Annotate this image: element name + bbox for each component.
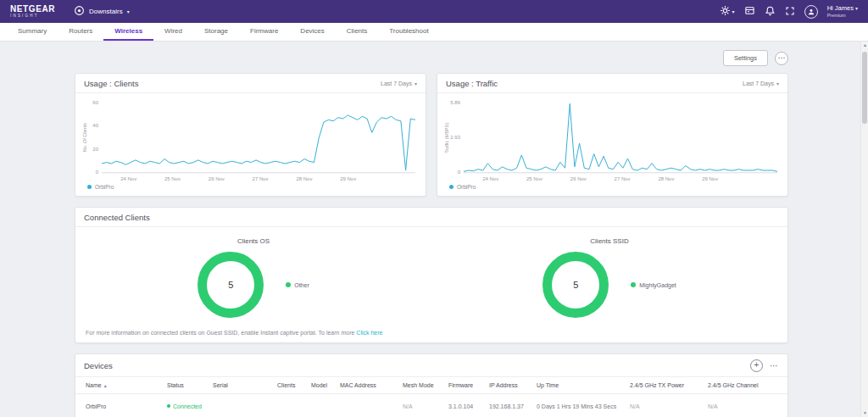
y-tick: 5.86	[450, 100, 460, 105]
range-label: Last 7 Days	[743, 81, 774, 86]
card-title: Usage : Traffic	[446, 79, 498, 88]
user-menu[interactable]: Hi James ▾ Premium	[827, 5, 858, 19]
more-options-button[interactable]: ⋯	[775, 52, 788, 65]
series-line	[464, 103, 777, 171]
settings-menu-button[interactable]: ▾	[720, 4, 735, 19]
column-header[interactable]: Status	[167, 382, 213, 388]
table-cell: 192.168.1.37	[489, 403, 537, 409]
user-name: Hi James ▾	[827, 5, 858, 12]
tab-summary[interactable]: Summary	[7, 23, 58, 41]
y-axis: 6040200	[87, 100, 102, 184]
y-axis: 5.862.930	[449, 100, 464, 184]
scroll-down-arrow[interactable]: ▼	[861, 409, 868, 417]
clients-os-section: Clients OS 5 Other	[75, 237, 431, 318]
table-cell: N/A	[708, 403, 777, 409]
click-here-link[interactable]: Click here	[356, 330, 382, 336]
y-axis-label: Traffic (MBPS)	[444, 123, 449, 153]
y-tick: 0	[96, 170, 98, 175]
status-dot	[167, 404, 170, 408]
tab-storage[interactable]: Storage	[193, 23, 239, 41]
column-header[interactable]: 2.4/5 GHz Channel	[708, 382, 777, 388]
y-tick: 20	[92, 147, 98, 152]
fullscreen-button[interactable]	[785, 4, 795, 19]
table-cell[interactable]: OrbiPro	[86, 403, 167, 409]
tab-wired[interactable]: Wired	[153, 23, 193, 41]
range-label: Last 7 Days	[381, 81, 412, 86]
line-chart	[102, 100, 415, 175]
x-tick: 24 Nov	[482, 176, 498, 181]
devices-row[interactable]: OrbiProConnectedN/A3.1.0.104192.168.1.37…	[75, 394, 787, 417]
y-tick: 0	[458, 170, 460, 175]
scrollbar-thumb[interactable]	[862, 52, 867, 124]
ellipsis-icon[interactable]: ⋯	[770, 361, 779, 370]
y-tick: 2.93	[450, 135, 460, 140]
table-cell: 3.1.0.104	[448, 403, 489, 409]
x-tick: 28 Nov	[658, 176, 674, 181]
donut-title: Clients OS	[237, 237, 270, 245]
x-axis: 24 Nov25 Nov26 Nov27 Nov28 Nov29 Nov	[102, 175, 415, 184]
range-selector[interactable]: Last 7 Days ▾	[381, 81, 417, 86]
donut-value: 5	[228, 280, 233, 290]
column-header[interactable]: Up Time	[537, 382, 630, 388]
donut-value: 5	[573, 280, 578, 290]
column-header[interactable]: Serial	[213, 382, 277, 388]
add-device-button[interactable]: +	[750, 359, 763, 372]
tab-devices[interactable]: Devices	[289, 23, 335, 41]
chevron-down-icon: ▾	[776, 81, 779, 86]
avatar[interactable]	[804, 5, 818, 19]
x-tick: 25 Nov	[164, 176, 181, 181]
scroll-up-arrow[interactable]: ▲	[861, 42, 868, 49]
series-line	[102, 115, 415, 170]
y-tick: 40	[92, 123, 98, 128]
table-cell: N/A	[403, 403, 448, 409]
column-header[interactable]: Firmware	[448, 382, 489, 388]
settings-button[interactable]: Settings	[723, 50, 768, 66]
location-label: Downstairs	[89, 8, 123, 15]
topbar: NETGEAR INSIGHT Downstairs ▾ ▾	[0, 0, 868, 23]
card-title: Usage : Clients	[84, 79, 138, 88]
tab-troubleshoot[interactable]: Troubleshoot	[378, 23, 439, 41]
y-axis-label: No. Of Clients	[82, 123, 87, 152]
legend-dot	[286, 282, 291, 287]
usage-charts-row: Usage : Clients Last 7 Days ▾ No. Of Cli…	[75, 73, 788, 197]
page-toolbar: Settings ⋯	[75, 50, 788, 66]
column-header[interactable]: Name▲	[86, 382, 167, 388]
guest-ssid-note: For more information on connected client…	[75, 320, 787, 342]
scrollbar[interactable]: ▲ ▼	[860, 42, 868, 417]
organization-button[interactable]	[744, 4, 755, 19]
tab-wireless[interactable]: Wireless	[103, 23, 153, 41]
table-cell: N/A	[630, 403, 708, 409]
notifications-button[interactable]	[765, 4, 776, 19]
person-icon	[807, 4, 815, 19]
brand-name: NETGEAR	[10, 5, 55, 14]
nav-tabs: SummaryRoutersWirelessWiredStorageFirmwa…	[0, 23, 868, 42]
usage-clients-card: Usage : Clients Last 7 Days ▾ No. Of Cli…	[75, 73, 426, 197]
chevron-down-icon: ▾	[855, 6, 858, 11]
column-header[interactable]: MAC Address	[340, 382, 403, 388]
column-header[interactable]: Clients	[277, 382, 311, 388]
card-title: Devices	[84, 361, 113, 370]
tab-firmware[interactable]: Firmware	[239, 23, 289, 41]
column-header[interactable]: Model	[311, 382, 340, 388]
tab-clients[interactable]: Clients	[336, 23, 378, 41]
organization-icon	[744, 4, 755, 19]
gear-icon	[720, 4, 731, 19]
user-tier: Premium	[827, 12, 858, 19]
legend-label: OrbiPro	[457, 184, 476, 190]
column-header[interactable]: 2.4/5 GHz TX Power	[630, 382, 708, 388]
usage-traffic-card: Usage : Traffic Last 7 Days ▾ Traffic (M…	[437, 73, 788, 197]
range-selector[interactable]: Last 7 Days ▾	[743, 81, 779, 86]
location-selector[interactable]: Downstairs ▾	[74, 5, 130, 18]
line-chart	[464, 100, 777, 175]
site-icon	[74, 5, 85, 18]
card-title: Connected Clients	[84, 213, 150, 222]
column-header[interactable]: Mesh Mode	[403, 382, 448, 388]
column-header[interactable]: IP Address	[489, 382, 537, 388]
tab-routers[interactable]: Routers	[58, 23, 103, 41]
x-tick: 27 Nov	[253, 176, 269, 181]
x-tick: 29 Nov	[340, 176, 356, 181]
x-tick: 27 Nov	[615, 176, 631, 181]
clients-os-donut: 5	[198, 252, 264, 318]
clients-ssid-donut: 5	[542, 252, 609, 318]
x-tick: 26 Nov	[570, 176, 587, 181]
